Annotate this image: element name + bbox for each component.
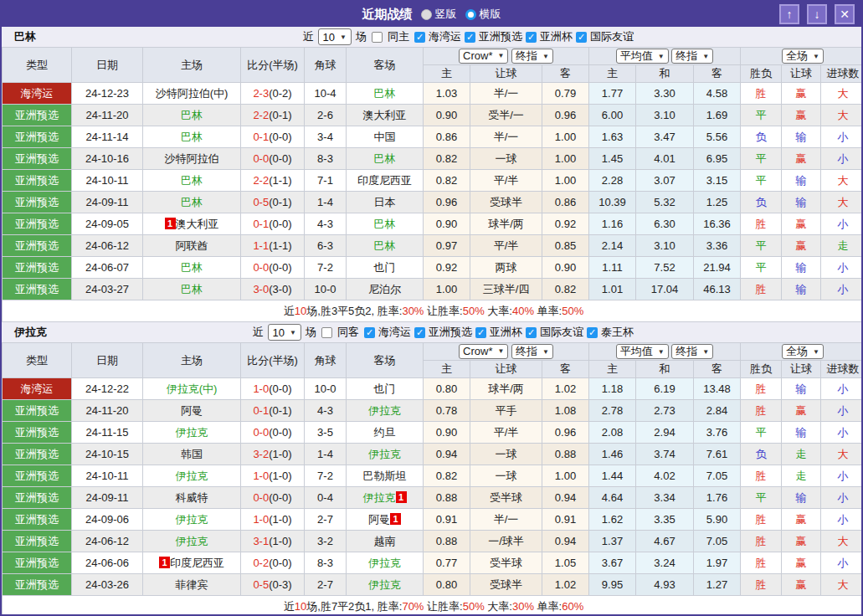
- result-handicap: 赢: [782, 400, 821, 422]
- corner-count: 10-0: [305, 279, 347, 300]
- layout-vertical-option[interactable]: 竖版: [421, 7, 457, 22]
- layout-horizontal-option[interactable]: 横版: [465, 7, 501, 22]
- match-count-select[interactable]: 10▼: [318, 28, 352, 45]
- fulltime-select[interactable]: 全场▼: [782, 344, 824, 359]
- checkbox-unchecked-icon[interactable]: [372, 32, 383, 43]
- chevron-down-icon: ▼: [813, 53, 819, 60]
- radio-selected-icon[interactable]: [465, 9, 476, 20]
- radio-unselected-icon[interactable]: [421, 9, 432, 20]
- final-odds-select[interactable]: 终指▼: [511, 49, 553, 64]
- final-odds-select[interactable]: 终指▼: [671, 344, 713, 359]
- bookmaker-select-value: Crow*: [463, 345, 492, 357]
- final-odds-select[interactable]: 终指▼: [671, 49, 713, 64]
- match-type-badge: 亚洲预选: [3, 465, 72, 487]
- match-row: 亚洲预选24-06-12阿联酋1-1(1-1)6-3巴林0.97平/半0.852…: [3, 235, 863, 257]
- checkbox-checked-icon[interactable]: ✓: [364, 327, 375, 338]
- result-outcome: 负: [741, 192, 782, 213]
- handicap-line: 球半/两: [470, 378, 542, 400]
- red-card-badge: 1: [390, 513, 401, 525]
- away-team-name: 伊拉克: [368, 557, 401, 569]
- result-goals: 小: [821, 422, 863, 444]
- match-row: 亚洲预选24-10-11伊拉克1-0(1-0)7-2巴勒斯坦0.82一球1.00…: [3, 465, 863, 487]
- league-filter-label: 国际友谊: [590, 29, 634, 44]
- match-date: 24-06-06: [72, 552, 143, 574]
- avg-draw-odds: 4.67: [636, 531, 694, 552]
- away-odds: 0.88: [542, 444, 589, 465]
- average-select[interactable]: 平均值▼: [616, 49, 669, 64]
- home-team-name: 沙特阿拉伯: [165, 152, 219, 165]
- avg-away-odds: 3.15: [694, 170, 741, 192]
- checkbox-unchecked-icon[interactable]: [321, 327, 332, 338]
- avg-away-odds: 46.13: [694, 279, 741, 300]
- result-goals: 小: [821, 279, 863, 300]
- result-handicap: 输: [782, 257, 821, 279]
- checkbox-checked-icon[interactable]: ✓: [414, 327, 425, 338]
- bookmaker-select[interactable]: Crow*▼: [459, 49, 508, 64]
- summary-part: 30%: [512, 600, 534, 613]
- result-handicap: 输: [782, 126, 821, 148]
- avg-home-odds: 6.00: [589, 105, 636, 126]
- result-goals: 小: [821, 465, 863, 487]
- away-cell: 约旦: [347, 422, 424, 444]
- average-odds-group: 平均值▼ 终指▼: [589, 48, 741, 65]
- match-count-select[interactable]: 10▼: [268, 324, 301, 341]
- home-odds: 0.90: [424, 105, 470, 126]
- average-select[interactable]: 平均值▼: [616, 344, 669, 359]
- home-team-name: 巴林: [181, 283, 203, 295]
- sub-col-header: 胜负: [741, 65, 782, 83]
- bookmaker-select[interactable]: Crow*▼: [459, 344, 508, 359]
- checkbox-checked-icon[interactable]: ✓: [587, 327, 598, 338]
- corner-count: 4-3: [305, 400, 347, 422]
- checkbox-checked-icon[interactable]: ✓: [526, 32, 537, 43]
- match-row: 亚洲预选24-11-15伊拉克0-0(0-0)3-5约旦0.90平/半0.962…: [3, 422, 863, 444]
- halftime-score: (0-0): [269, 261, 291, 274]
- summary-part: 60%: [562, 600, 583, 613]
- fulltime-score: 0-5: [253, 196, 269, 208]
- result-outcome: 平: [741, 487, 782, 509]
- move-down-button[interactable]: ↓: [807, 4, 827, 24]
- bookmaker-odds-group: Crow*▼ 终指▼: [424, 343, 589, 361]
- fulltime-select[interactable]: 全场▼: [782, 49, 824, 64]
- away-odds: 0.92: [542, 213, 589, 235]
- summary-part: 50%: [463, 305, 485, 317]
- match-type-badge: 亚洲预选: [3, 574, 72, 596]
- away-cell: 巴林: [347, 235, 424, 257]
- checkbox-checked-icon[interactable]: ✓: [465, 32, 475, 43]
- away-cell: 巴林: [347, 148, 424, 170]
- final-odds-select[interactable]: 终指▼: [511, 344, 553, 359]
- avg-draw-odds: 17.04: [636, 279, 694, 300]
- fulltime-score: 3-2: [253, 448, 269, 460]
- halftime-score: (0-1): [269, 196, 291, 208]
- score-cell: 0-1(0-0): [241, 126, 305, 148]
- summary-part: 单率:: [534, 600, 562, 613]
- result-outcome: 胜: [741, 279, 782, 300]
- away-odds: 1.05: [542, 552, 589, 574]
- match-type-badge: 亚洲预选: [3, 487, 72, 509]
- fulltime-score: 1-0: [253, 382, 269, 395]
- avg-home-odds: 1.01: [589, 279, 636, 300]
- away-cell: 巴勒斯坦: [347, 465, 424, 487]
- match-date: 24-12-23: [72, 83, 143, 105]
- checkbox-checked-icon[interactable]: ✓: [414, 32, 425, 43]
- filter-group: 近10▼场同主✓海湾运✓亚洲预选✓亚洲杯✓国际友谊: [301, 28, 634, 45]
- match-date: 24-09-06: [72, 509, 143, 531]
- result-outcome: 胜: [741, 83, 782, 105]
- result-handicap: 输: [782, 422, 821, 444]
- match-date: 24-06-12: [72, 531, 143, 552]
- checkbox-checked-icon[interactable]: ✓: [576, 32, 587, 43]
- home-team-name: 巴林: [181, 196, 203, 208]
- home-odds: 0.82: [424, 465, 470, 487]
- match-row: 亚洲预选24-10-11巴林2-2(1-1)7-1印度尼西亚0.82平/半1.0…: [3, 170, 863, 192]
- checkbox-checked-icon[interactable]: ✓: [475, 327, 486, 338]
- result-outcome: 平: [741, 257, 782, 279]
- match-row: 亚洲预选24-09-11巴林0-5(0-1)1-4日本0.96受球半0.8610…: [3, 192, 863, 213]
- corner-count: 6-3: [305, 235, 347, 257]
- col-corner-header: 角球: [305, 48, 347, 83]
- move-up-button[interactable]: ↑: [779, 4, 799, 24]
- home-team-name: 科威特: [176, 491, 208, 504]
- checkbox-checked-icon[interactable]: ✓: [526, 327, 537, 338]
- away-team-name: 巴林: [374, 152, 396, 165]
- section-summary: 近10场,胜7平2负1, 胜率:70% 让胜率:50% 大率:30% 单率:60…: [3, 596, 863, 616]
- avg-away-odds: 7.61: [694, 444, 741, 465]
- close-button[interactable]: ✕: [835, 4, 855, 24]
